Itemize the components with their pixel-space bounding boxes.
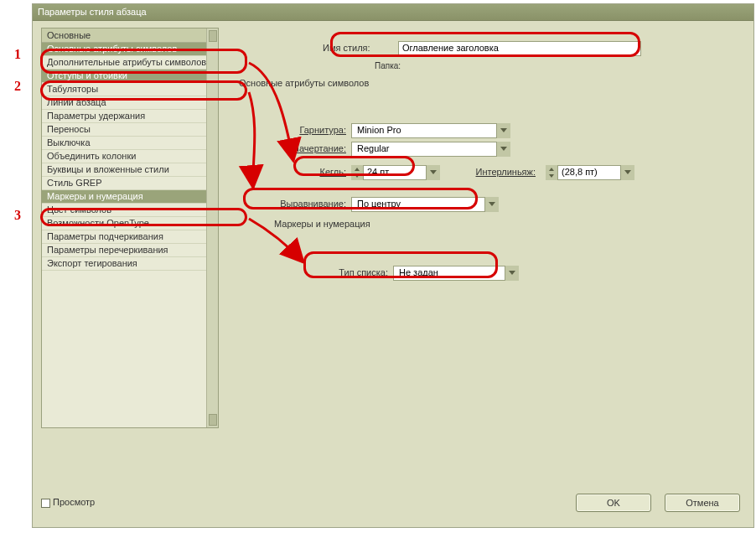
- dialog-window: Параметры стиля абзаца Основные Основные…: [32, 3, 754, 528]
- checkbox-icon: [41, 499, 50, 508]
- spinner-icon[interactable]: [351, 165, 364, 180]
- ok-button[interactable]: OK: [576, 494, 651, 512]
- sidebar-item-underline[interactable]: Параметры подчеркивания: [42, 230, 218, 244]
- listtype-label: Тип списка:: [314, 267, 388, 277]
- titlebar: Параметры стиля абзаца: [33, 4, 753, 21]
- content-pane: Имя стиля: Оглавление заголовка Папка: О…: [230, 28, 747, 477]
- align-label: Выравнивание:: [261, 199, 346, 209]
- sidebar-item-grep[interactable]: Стиль GREP: [42, 177, 218, 190]
- font-combo[interactable]: Minion Pro: [351, 123, 510, 138]
- sidebar-item-hyphen[interactable]: Переносы: [42, 123, 218, 137]
- leading-label: Интерлиньяж:: [455, 167, 536, 177]
- spinner-icon[interactable]: [546, 165, 558, 180]
- section-basic-char-title: Основные атрибуты символов: [239, 78, 369, 88]
- sidebar-item-basic-char[interactable]: Основные атрибуты символов: [42, 43, 218, 56]
- style-name-input[interactable]: Оглавление заголовка: [398, 41, 641, 56]
- folder-label: Папка:: [375, 61, 401, 70]
- bottom-bar: Просмотр OK Отмена: [41, 494, 745, 519]
- annotation-number-1: 1: [14, 47, 21, 62]
- face-label: Начертание:: [262, 143, 346, 153]
- annotation-number-3: 3: [14, 208, 21, 223]
- sidebar-item-tag-export[interactable]: Экспорт тегирования: [42, 257, 218, 271]
- style-name-label: Имя стиля:: [323, 43, 370, 53]
- sidebar-item-span-columns[interactable]: Объединить колонки: [42, 150, 218, 163]
- sidebar-item-keep[interactable]: Параметры удержания: [42, 110, 218, 123]
- sidebar-item-justify[interactable]: Выключка: [42, 137, 218, 150]
- face-combo[interactable]: Regular: [351, 142, 510, 157]
- sidebar-item-bullets[interactable]: Маркеры и нумерация: [42, 190, 218, 204]
- chevron-down-icon[interactable]: [484, 197, 499, 212]
- sidebar-item-char-color[interactable]: Цвет символов: [42, 204, 218, 217]
- chevron-down-icon[interactable]: [426, 165, 440, 180]
- sidebar-item-para-rules[interactable]: Линии абзаца: [42, 96, 218, 110]
- chevron-down-icon[interactable]: [496, 123, 510, 138]
- sidebar-header: Основные: [42, 28, 218, 43]
- preview-checkbox[interactable]: Просмотр: [41, 497, 95, 508]
- cancel-button[interactable]: Отмена: [665, 494, 740, 512]
- chevron-down-icon[interactable]: [620, 165, 634, 180]
- sidebar-scrollbar[interactable]: [206, 28, 218, 427]
- sidebar-item-indents[interactable]: Отступы и отбивки: [42, 70, 218, 83]
- sidebar-item-opentype[interactable]: Возможности OpenType: [42, 217, 218, 230]
- sidebar-item-adv-char[interactable]: Дополнительные атрибуты символов: [42, 56, 218, 70]
- annotation-number-2: 2: [14, 79, 21, 94]
- chevron-down-icon[interactable]: [505, 266, 519, 281]
- sidebar-item-strike[interactable]: Параметры перечеркивания: [42, 244, 218, 257]
- sidebar: Основные Основные атрибуты символов Допо…: [41, 28, 219, 428]
- size-label: Кегль:: [304, 167, 346, 177]
- window-title: Параметры стиля абзаца: [38, 7, 147, 17]
- align-combo[interactable]: По центру: [351, 197, 499, 212]
- sidebar-item-tabs[interactable]: Табуляторы: [42, 83, 218, 96]
- font-label: Гарнитура:: [272, 125, 346, 135]
- listtype-combo[interactable]: Не задан: [393, 266, 519, 281]
- section-bullets-title: Маркеры и нумерация: [274, 219, 370, 229]
- chevron-down-icon[interactable]: [496, 142, 510, 157]
- sidebar-item-dropcaps[interactable]: Буквицы и вложенные стили: [42, 163, 218, 177]
